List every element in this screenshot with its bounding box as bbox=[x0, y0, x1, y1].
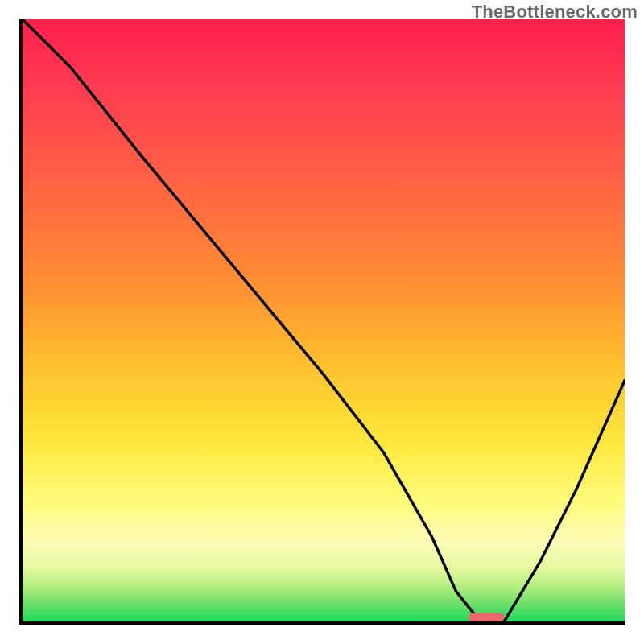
chart-container: TheBottleneck.com bbox=[0, 0, 644, 644]
bottleneck-curve bbox=[23, 19, 625, 621]
chart-overlay bbox=[23, 19, 625, 621]
optimum-marker bbox=[469, 613, 505, 621]
plot-area bbox=[19, 19, 625, 625]
